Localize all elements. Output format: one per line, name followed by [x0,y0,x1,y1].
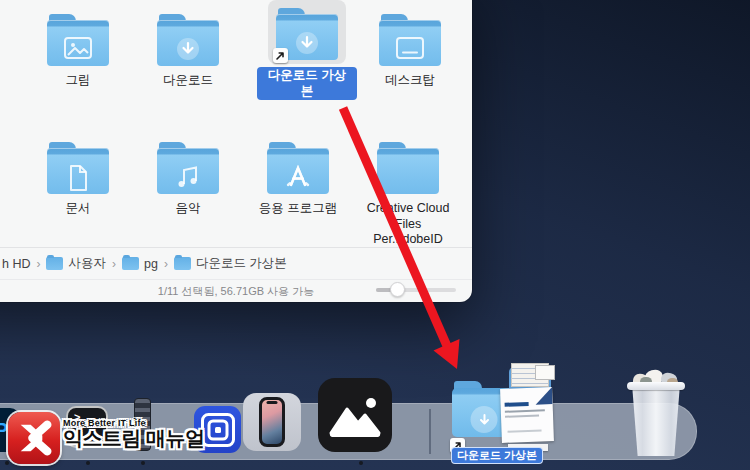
breadcrumb: h HD › 사용자 › pg › 다운로드 가상본 [0,247,472,279]
breadcrumb-users[interactable]: 사용자 [68,255,106,272]
finder-item-label: 다운로드 [163,73,213,89]
watermark-logo-icon [8,412,60,464]
dock-separator [429,409,431,454]
desktop-folder-icon [379,14,441,66]
trash-basket [629,384,683,456]
breadcrumb-current[interactable]: 다운로드 가상본 [196,255,287,272]
finder-item-label: 음악 [176,201,201,217]
finder-item-label: Creative Cloud Files Per...dobeID [359,201,457,248]
status-text: 1/11 선택됨, 56.71GB 사용 가능 [158,284,314,299]
downloads-alias-folder-icon [276,8,338,60]
download-glyph-icon [175,36,201,62]
document-glyph-icon [66,164,90,192]
finder-item-desktop[interactable]: 데스크탑 [355,6,465,89]
slider-knob[interactable] [390,282,405,297]
download-glyph-icon [471,406,498,433]
download-glyph-icon [294,30,320,56]
breadcrumb-home[interactable]: pg [144,257,158,271]
iphone-glyph-icon [259,397,285,447]
status-bar: 1/11 선택됨, 56.71GB 사용 가능 [0,279,472,302]
finder-window-content: 그림 다운로드 다운로드 가상본 데스크탑 [0,0,472,302]
mountains-glyph-icon [329,393,381,437]
alias-mini-folder-icon [174,257,191,270]
documents-stack-icon[interactable] [501,363,557,453]
dock-folder-label: 다운로드 가상본 [451,447,543,464]
pictures-folder-icon [47,14,109,66]
finder-item-creative-cloud[interactable]: Creative Cloud Files Per...dobeID [353,134,463,248]
finder-item-pictures[interactable]: 그림 [23,6,133,89]
applications-folder-icon [267,142,329,194]
image-glyph-icon [63,36,93,60]
running-indicator-dot [359,461,363,465]
finder-item-documents[interactable]: 문서 [23,134,133,217]
watermark-title: 익스트림 매뉴얼 [63,428,205,449]
finder-item-label: 문서 [66,201,91,217]
finder-item-label: 데스크탑 [385,73,435,89]
creative-cloud-folder-icon [377,142,439,194]
selection-highlight [268,0,346,64]
appstore-glyph-icon [284,164,312,190]
finder-item-applications[interactable]: 응용 프로그램 [243,134,353,217]
iphone-device-icon[interactable] [243,393,301,451]
photoshop-letter: P [0,419,8,442]
finder-item-downloads-alias[interactable]: 다운로드 가상본 [252,0,362,100]
documents-folder-icon [47,142,109,194]
breadcrumb-root[interactable]: h HD [2,257,30,271]
home-mini-folder-icon [122,257,139,270]
desktop-glyph-icon [395,36,425,60]
breadcrumb-separator: › [36,257,40,271]
finder-item-music[interactable]: 음악 [133,134,243,217]
breadcrumb-separator: › [112,257,116,271]
music-glyph-icon [175,164,201,191]
trash-icon[interactable] [626,370,686,458]
watermark: More Better IT Life 익스트림 매뉴얼 [8,396,205,464]
finder-item-downloads[interactable]: 다운로드 [133,6,243,89]
finder-item-label: 응용 프로그램 [259,201,337,217]
finder-item-label-selected: 다운로드 가상본 [257,67,357,100]
alias-arrow-badge [273,48,288,63]
icon-size-slider[interactable] [376,288,456,292]
users-mini-folder-icon [46,257,63,270]
downloads-folder-icon [157,14,219,66]
trash-rim [627,382,685,390]
finder-item-label: 그림 [66,73,91,89]
music-folder-icon [157,142,219,194]
breadcrumb-separator: › [164,257,168,271]
photos-app-icon[interactable] [318,378,392,452]
